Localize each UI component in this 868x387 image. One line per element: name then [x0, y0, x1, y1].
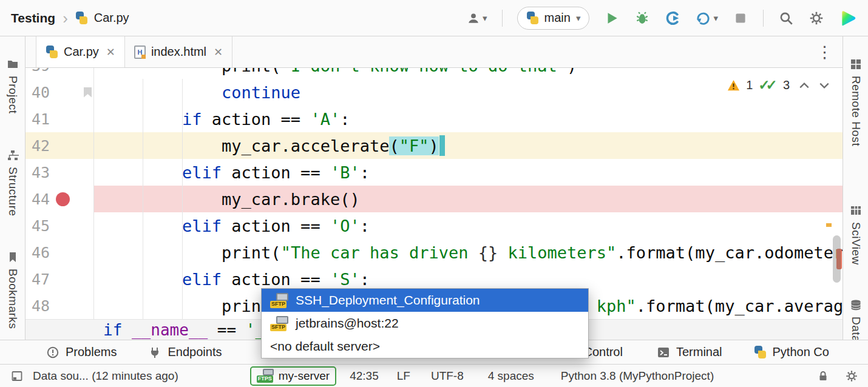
- popup-item-jetbrains-host[interactable]: SFTP jetbrains@host:22: [262, 312, 588, 335]
- toolwindow-label: Terminal: [676, 345, 722, 359]
- bookmark-icon: [84, 87, 92, 98]
- python-file-icon: [46, 45, 58, 58]
- gutter[interactable]: 41: [25, 106, 94, 132]
- ide-window: Testing › Car.py ▾ main ▾ ▾: [0, 0, 868, 387]
- line-number: 41: [25, 110, 50, 128]
- sftp-icon: SFTP: [270, 316, 288, 331]
- gutter[interactable]: 48: [25, 292, 94, 319]
- line-number: 42: [25, 137, 50, 155]
- tab-car-py[interactable]: Car.py ✕: [36, 36, 125, 67]
- toolwindow-terminal[interactable]: Terminal: [657, 345, 722, 359]
- code-line-46[interactable]: 46 print("The car has driven {} kilomete…: [25, 239, 843, 266]
- gutter[interactable]: 40: [25, 79, 94, 106]
- breadcrumb-file[interactable]: Car.py: [94, 11, 129, 25]
- indent-setting[interactable]: 4 spaces: [488, 369, 534, 383]
- sidebar-item-sciview[interactable]: SciView: [849, 204, 863, 265]
- file-encoding[interactable]: UTF-8: [431, 369, 464, 383]
- toolwindow-problems[interactable]: Problems: [46, 345, 117, 359]
- settings-button[interactable]: [809, 10, 824, 26]
- toolwindow-version-control[interactable]: Control: [583, 345, 622, 359]
- chevron-down-icon: ▾: [713, 13, 718, 22]
- stop-button[interactable]: [733, 10, 748, 26]
- toolwindow-python-console[interactable]: Python Co: [754, 345, 829, 359]
- html-file-icon: H: [134, 45, 146, 59]
- server-name: my-server: [279, 369, 330, 383]
- user-menu-button[interactable]: ▾: [467, 12, 487, 25]
- chevron-down-icon[interactable]: [819, 82, 830, 89]
- search-everywhere-button[interactable]: [778, 10, 794, 26]
- python-file-icon: [75, 12, 88, 24]
- line-number: 46: [25, 244, 50, 261]
- deployment-server-selector[interactable]: FTPS my-server: [250, 366, 336, 386]
- stripe-label: Remote Host: [849, 76, 863, 146]
- toolbar-separator: [763, 10, 764, 27]
- python-interpreter[interactable]: Python 3.8 (MyPythonProject): [561, 369, 714, 383]
- code-line-41[interactable]: 41 if action == 'A':: [25, 106, 843, 132]
- gutter[interactable]: 45: [25, 212, 94, 239]
- gutter[interactable]: 46: [25, 239, 94, 266]
- run-with-coverage-button[interactable]: [665, 10, 680, 26]
- code-text: print("The car has driven {} kilometers"…: [94, 239, 843, 266]
- code-line-43[interactable]: 43 elif action == 'B':: [25, 159, 843, 186]
- line-number: 39: [25, 68, 50, 75]
- tool-window-layout-icon[interactable]: [11, 370, 23, 382]
- passed-count: 3: [783, 78, 790, 92]
- inspections-widget[interactable]: 1 ✓✓ 3: [722, 75, 834, 95]
- popup-item-label: SSH_Deployment_Configuration: [296, 293, 480, 308]
- line-number: 45: [25, 217, 50, 235]
- toolwindow-endpoints[interactable]: Endpoints: [148, 345, 222, 359]
- stripe-label: SciView: [849, 222, 863, 265]
- checks-icon: ✓✓: [758, 77, 778, 93]
- code-line-42[interactable]: 42 my_car.accelerate("F"): [25, 132, 843, 159]
- popup-item-no-default-server[interactable]: <no default server>: [262, 335, 588, 358]
- gutter[interactable]: 43: [25, 159, 94, 186]
- chevron-down-icon: ▾: [483, 13, 487, 22]
- breadcrumb-chevron-icon: ›: [63, 10, 68, 26]
- sidebar-item-structure[interactable]: Structure: [6, 149, 19, 217]
- lock-icon[interactable]: [817, 370, 829, 382]
- toolbar-actions: ▾ main ▾ ▾: [467, 7, 857, 30]
- code-line-44[interactable]: 44 my_car.brake(): [25, 186, 843, 212]
- close-icon[interactable]: ✕: [106, 45, 115, 59]
- left-tool-stripe: Project Structure Bookmarks: [0, 36, 25, 340]
- sidebar-item-bookmarks[interactable]: Bookmarks: [6, 251, 19, 329]
- gutter[interactable]: 42: [25, 132, 94, 159]
- run-configuration-selector[interactable]: main ▾: [517, 7, 590, 30]
- gear-icon[interactable]: [845, 369, 858, 383]
- tab-label: index.html: [151, 45, 206, 59]
- sidebar-item-project[interactable]: Project: [6, 58, 19, 114]
- breakpoint-icon[interactable]: [56, 192, 70, 206]
- popup-item-ssh-deployment[interactable]: SFTP SSH_Deployment_Configuration: [262, 289, 588, 312]
- run-configuration-label: main: [544, 11, 571, 25]
- tab-options-kebab-icon[interactable]: ⋮: [816, 42, 833, 62]
- breadcrumb-project[interactable]: Testing: [11, 11, 55, 25]
- scrollbar-thumb[interactable]: [833, 235, 841, 283]
- toolwindow-label: Control: [583, 345, 622, 359]
- code-line-39[interactable]: 39 print("I don't know how to do that"): [25, 68, 843, 79]
- run-button[interactable]: [604, 10, 620, 26]
- ftps-badge: FTPS: [257, 375, 273, 383]
- close-icon[interactable]: ✕: [214, 45, 223, 59]
- warning-stripe-mark[interactable]: [826, 223, 832, 227]
- tab-index-html[interactable]: H index.html ✕: [125, 36, 232, 67]
- caret-position[interactable]: 42:35: [350, 369, 379, 383]
- debug-button[interactable]: [634, 10, 650, 26]
- profiler-button[interactable]: ▾: [695, 10, 718, 26]
- code-line-45[interactable]: 45 elif action == 'O':: [25, 212, 843, 239]
- sftp-icon: SFTP: [270, 293, 288, 308]
- line-number: 40: [25, 84, 50, 101]
- code-line-clipped: if __name__ == '__main__':: [103, 321, 261, 339]
- chevron-up-icon[interactable]: [799, 82, 810, 89]
- main-toolbar: Testing › Car.py ▾ main ▾ ▾: [0, 0, 868, 36]
- warning-count: 1: [746, 78, 753, 92]
- sync-status[interactable]: Data sou... (12 minutes ago): [33, 369, 178, 383]
- line-number: 48: [25, 297, 50, 315]
- line-separator[interactable]: LF: [397, 369, 410, 383]
- gutter[interactable]: 44: [25, 186, 94, 212]
- gutter[interactable]: 47: [25, 266, 94, 292]
- code-text: elif action == 'O':: [94, 212, 843, 239]
- sidebar-item-remote-host[interactable]: Remote Host: [849, 58, 863, 146]
- jetbrains-logo-icon[interactable]: [839, 9, 857, 27]
- code-line-40[interactable]: 40 continue: [25, 79, 843, 106]
- gutter[interactable]: 39: [25, 68, 94, 79]
